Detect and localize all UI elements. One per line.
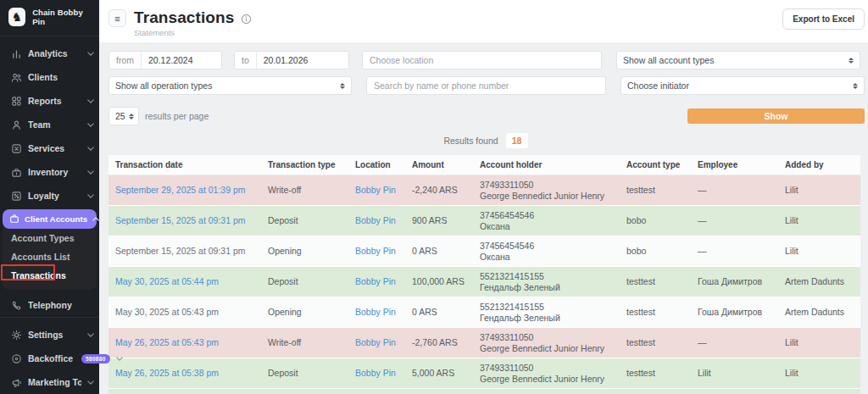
sidebar-item-label: Services	[28, 143, 81, 153]
transaction-date-link[interactable]: May 26, 2025 at 05:38 pm	[115, 368, 219, 378]
per-page-select[interactable]: 25	[108, 107, 139, 125]
sidebar-item-backoffice[interactable]: Backoffice 580880	[0, 347, 99, 370]
sidebar-item-settings[interactable]: Settings	[0, 323, 99, 347]
account-type: testtest	[620, 297, 691, 328]
chevron-down-icon	[87, 99, 94, 103]
team-icon	[10, 119, 22, 130]
chevron-down-icon	[87, 147, 94, 151]
table-row: May 26, 2025 at 05:38 pm Deposit Bobby P…	[108, 358, 860, 389]
sidebar-item-label: Clients	[28, 72, 94, 82]
account-type: testtest	[620, 328, 691, 358]
account-holder: 37456454546Оксана	[473, 236, 620, 267]
sidebar-item-loyalty[interactable]: Loyalty	[0, 184, 99, 208]
amount: 5,000 ARS	[405, 389, 473, 394]
chevron-down-icon	[87, 170, 94, 175]
transaction-type: Write-off	[261, 175, 348, 206]
sidebar-item-inventory[interactable]: Inventory	[0, 160, 99, 184]
location-link[interactable]: Bobby Pin	[355, 246, 396, 256]
per-page-value: 25	[115, 111, 125, 121]
show-button[interactable]: Show	[687, 108, 865, 124]
account-type: bobo	[620, 206, 691, 236]
account-holder: 37493311050George Bennedict Junior Henry	[473, 175, 620, 206]
transaction-date-link[interactable]: September 29, 2025 at 01:39 pm	[115, 185, 246, 195]
table-row: September 15, 2025 at 09:31 pm Opening B…	[108, 236, 860, 267]
account-type: testtest	[620, 358, 691, 389]
sidebar-subitem-accounts-list[interactable]: Accounts List	[3, 247, 97, 266]
info-icon[interactable]	[241, 14, 252, 25]
table-header-row: Transaction date Transaction type Locati…	[108, 155, 860, 175]
select-arrows-icon	[340, 83, 345, 89]
sidebar-item-client-accounts[interactable]: Client Accounts	[3, 209, 97, 229]
main-content: ≡ Transactions Statements Export to Exce…	[99, 0, 868, 394]
workspace-logo-row[interactable]: ♞ Chain Bobby Pin	[0, 0, 99, 34]
amount: -2,240 ARS	[405, 175, 473, 206]
transaction-date: September 15, 2025 at 09:31 pm	[115, 246, 246, 256]
amount: 0 ARS	[405, 236, 473, 267]
sidebar-item-analytics[interactable]: Analytics	[0, 42, 99, 65]
location-link[interactable]: Bobby Pin	[355, 307, 396, 317]
workspace-name: Chain Bobby Pin	[32, 8, 92, 26]
operation-types-value: Show all operation types	[115, 80, 212, 91]
results-count-badge: 18	[506, 133, 528, 148]
results-found-label: Results found	[443, 136, 498, 146]
added-by: Lilit	[778, 389, 860, 394]
col-account-holder: Account holder	[473, 155, 620, 175]
location-link[interactable]: Bobby Pin	[355, 185, 396, 195]
sidebar-item-reports[interactable]: Reports	[0, 89, 99, 113]
sidebar-subitem-account-types[interactable]: Account Types	[3, 229, 97, 247]
megaphone-icon	[10, 376, 22, 388]
transaction-type: Deposit	[261, 389, 348, 394]
table-row: April 21, 2025 at 04:24 pm Deposit Bobby…	[108, 389, 860, 394]
date-to-field[interactable]: to 20.01.2026	[234, 51, 349, 69]
analytics-icon	[10, 47, 22, 59]
sidebar-item-label: Loyalty	[28, 191, 81, 201]
chevron-up-icon	[92, 217, 99, 221]
sidebar-item-team[interactable]: Team	[0, 113, 99, 136]
col-employee: Employee	[691, 155, 778, 175]
location-input[interactable]: Choose location	[362, 51, 602, 69]
search-input[interactable]: Search by name or phone number	[366, 76, 606, 95]
date-from-field[interactable]: from 20.12.2024	[108, 51, 222, 69]
table-row: September 29, 2025 at 01:39 pm Write-off…	[108, 175, 860, 206]
location-link[interactable]: Bobby Pin	[355, 368, 396, 378]
chevron-down-icon	[87, 380, 94, 385]
menu-toggle-button[interactable]: ≡	[108, 9, 126, 27]
transaction-type: Deposit	[261, 206, 348, 236]
initiator-select[interactable]: Choose initiator	[620, 76, 865, 95]
workspace-logo-icon: ♞	[8, 8, 25, 26]
chevron-down-icon	[87, 123, 94, 127]
services-icon	[10, 142, 22, 154]
added-by: Lilit	[778, 175, 860, 206]
sidebar-item-services[interactable]: Services	[0, 136, 99, 160]
chevron-down-icon	[87, 333, 94, 337]
sidebar-item-label: Backoffice	[28, 353, 73, 363]
sidebar-item-label: Reports	[28, 96, 81, 106]
operation-types-select[interactable]: Show all operation types	[108, 76, 352, 95]
initiator-value: Choose initiator	[627, 80, 689, 91]
export-to-excel-button[interactable]: Export to Excel	[782, 8, 865, 30]
page-header: ≡ Transactions Statements Export to Exce…	[99, 0, 868, 42]
transaction-date-link[interactable]: May 30, 2025 at 05:44 pm	[115, 276, 219, 286]
sidebar-subitem-transactions[interactable]: Transactions	[3, 266, 97, 285]
table-row: May 30, 2025 at 05:44 pm Deposit Bobby P…	[108, 267, 860, 297]
location-link[interactable]: Bobby Pin	[355, 215, 396, 225]
chevron-down-icon	[87, 194, 94, 198]
sidebar-item-marketing-tools[interactable]: Marketing Tools	[0, 370, 99, 394]
employee: —	[691, 236, 778, 267]
location-link[interactable]: Bobby Pin	[355, 276, 396, 286]
employee: —	[691, 328, 778, 358]
transaction-date-link[interactable]: May 26, 2025 at 05:43 pm	[115, 337, 219, 347]
amount: 100,000 ARS	[405, 267, 473, 297]
transaction-date-link[interactable]: September 15, 2025 at 09:31 pm	[115, 215, 246, 225]
account-types-select[interactable]: Show all account types	[616, 51, 860, 69]
select-arrows-icon	[129, 114, 134, 119]
account-holder: 5521321415155Гендальф Зеленый	[473, 267, 620, 297]
select-arrows-icon	[849, 58, 854, 64]
sidebar-item-clients[interactable]: Clients	[0, 65, 99, 89]
per-page-label: results per page	[145, 111, 209, 121]
account-holder: 37493311050George Bennedict Junior Henry	[473, 328, 620, 358]
account-type: bobo	[620, 236, 691, 267]
sidebar-item-telephony[interactable]: Telephony	[0, 293, 99, 317]
location-link[interactable]: Bobby Pin	[355, 337, 396, 347]
inventory-icon	[10, 166, 22, 178]
